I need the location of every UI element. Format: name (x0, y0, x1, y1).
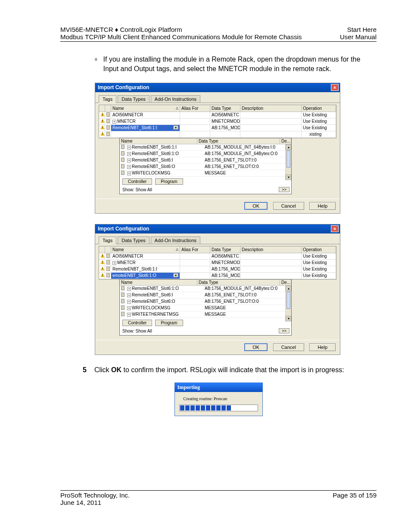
col-dtype[interactable]: Data Type (210, 105, 240, 112)
tab-pane: Name △ Alias For Data Type Description O… (95, 103, 340, 199)
dd-header: Name Data Type De... (120, 280, 291, 286)
tab-addon[interactable]: Add-On Instructions (151, 95, 200, 103)
list-item[interactable]: +RemoteENBT_Slot6:1:OAB:1756_MODULE_INT_… (120, 286, 291, 292)
dialog-buttons: OK Cancel Help (95, 340, 340, 355)
close-icon[interactable]: × (331, 84, 339, 91)
cancel-button[interactable]: Cancel (273, 343, 304, 351)
importing-status: Creating routine: Prescan (184, 396, 258, 401)
list-item[interactable]: +RemoteENBT_Slot6:1:IAB:1756_MODULE_INT_… (120, 144, 291, 151)
col-desc[interactable]: Description (240, 105, 302, 112)
table-row[interactable]: RemoteENBT_Slot6:1:I AB:1756_MOD Use Exi… (99, 266, 336, 273)
expand-icon[interactable]: + (127, 287, 131, 291)
more-button[interactable]: >> (279, 187, 290, 192)
expand-icon[interactable]: + (127, 313, 131, 317)
scroll-thumb[interactable] (286, 150, 290, 168)
warn-icon (100, 119, 105, 123)
expand-icon[interactable]: + (112, 261, 116, 265)
list-item[interactable]: +RemoteENBT_Slot6:1:OAB:1756_MODULE_INT_… (120, 151, 291, 157)
tab-tags[interactable]: Tags (99, 236, 116, 244)
tab-addon[interactable]: Add-On Instructions (151, 236, 200, 244)
tag-icon (106, 119, 110, 123)
list-item[interactable]: +WRITECLOCKMSGMESSAGE (120, 305, 291, 311)
selected-tag-output[interactable]: emoteENBT_Slot6:1:O▾ (111, 273, 180, 279)
col-alias[interactable]: Alias For (180, 246, 210, 253)
table-row[interactable]: AOI56MNETCR AOI56MNETC Use Existing (99, 253, 336, 260)
dialog-buttons: OK Cancel Help (95, 199, 340, 213)
chevron-down-icon[interactable]: ▾ (173, 125, 178, 130)
cancel-button[interactable]: Cancel (273, 202, 304, 210)
col-op[interactable]: Operation (302, 246, 336, 253)
close-icon[interactable]: × (331, 225, 339, 232)
expand-icon[interactable]: + (127, 293, 131, 297)
expand-icon[interactable]: + (127, 159, 131, 162)
col-dtype[interactable]: Data Type (210, 246, 240, 253)
show-filter: Show: Show All (120, 187, 291, 194)
table-row[interactable]: +MNETCR MNETCRMOD Use Existing (99, 260, 336, 266)
progress-bar (179, 404, 258, 411)
scroll-down-icon[interactable]: ▾ (286, 174, 291, 180)
program-button[interactable]: Program (155, 178, 183, 185)
scroll-down-icon[interactable]: ▾ (286, 316, 291, 321)
step-text: Click OK to confirm the import. RSLogix … (94, 365, 344, 375)
importing-dialog: Importing Creating routine: Prescan (174, 383, 263, 416)
tag-icon (106, 125, 110, 130)
expand-icon[interactable]: + (127, 300, 131, 304)
grid-header: Name △ Alias For Data Type Description O… (99, 246, 336, 253)
col-desc[interactable]: Description (240, 246, 302, 253)
tab-data-types[interactable]: Data Types (118, 95, 149, 103)
more-button[interactable]: >> (279, 328, 290, 333)
table-row[interactable]: +MNETCR MNETCRMOD Use Existing (99, 118, 336, 125)
header-right: Start Here User Manual (340, 26, 377, 40)
program-button[interactable]: Program (155, 320, 183, 326)
expand-icon[interactable]: + (127, 146, 131, 149)
ok-button[interactable]: OK (244, 343, 268, 351)
scrollbar[interactable]: ▴ ▾ (285, 286, 291, 321)
dialog-title: Import Configuration (98, 226, 149, 232)
expand-icon[interactable]: + (127, 171, 131, 175)
table-row[interactable]: RemoteENBT_Slot6:1:I▾ AB:1756_MOD Use Ex… (99, 125, 336, 131)
expand-icon[interactable]: + (127, 306, 131, 310)
controller-button[interactable]: Controller (122, 178, 152, 185)
selected-tag-input[interactable]: RemoteENBT_Slot6:1:I▾ (111, 125, 180, 131)
tab-strip: Tags Data Types Add-On Instructions (95, 92, 340, 103)
list-item[interactable]: +RemoteENBT_Slot6:OAB:1756_ENET_7SLOT:O:… (120, 299, 291, 305)
ok-button[interactable]: OK (244, 202, 268, 210)
col-alias[interactable]: Alias For (180, 105, 210, 112)
warn-icon (100, 260, 105, 264)
controller-button[interactable]: Controller (122, 320, 152, 326)
tab-tags[interactable]: Tags (99, 95, 116, 103)
expand-icon[interactable]: + (112, 120, 116, 124)
table-row[interactable]: AOI56MNETCR AOI56MNETC Use Existing (99, 112, 336, 118)
page-header: MVI56E-MNETCR ♦ ControlLogix Platform Mo… (0, 0, 411, 41)
table-row[interactable]: emoteENBT_Slot6:1:O▾ AB:1756_MOD Use Exi… (99, 273, 336, 279)
chevron-down-icon[interactable]: ▾ (173, 273, 178, 277)
col-name[interactable]: Name △ (111, 246, 180, 253)
table-row[interactable]: xisting (99, 131, 336, 138)
header-doc: User Manual (340, 33, 377, 40)
importing-title: Importing (175, 383, 262, 392)
list-item[interactable]: +WRITECLOCKMSGMESSAGE (120, 170, 291, 177)
scroll-thumb[interactable] (286, 292, 290, 309)
help-button[interactable]: Help (309, 202, 336, 210)
col-name[interactable]: Name △ (111, 105, 180, 112)
bullet-text: If you are installing the module in a Re… (103, 55, 377, 74)
list-item[interactable]: +RemoteENBT_Slot6:IAB:1756_ENET_7SLOT:I:… (120, 157, 291, 164)
tag-dropdown: Name Data Type De... +RemoteENBT_Slot6:1… (119, 138, 292, 194)
tag-icon (106, 267, 110, 271)
col-op[interactable]: Operation (302, 105, 336, 112)
step-5: 5 Click OK to confirm the import. RSLogi… (60, 365, 377, 375)
footer-left: ProSoft Technology, Inc. June 14, 2011 (60, 492, 130, 506)
list-item[interactable]: +WRITEETHERNETMSGMESSAGE (120, 311, 291, 318)
help-button[interactable]: Help (309, 343, 336, 351)
tab-data-types[interactable]: Data Types (118, 236, 149, 244)
scrollbar[interactable]: ▴ ▾ (285, 144, 291, 180)
titlebar: Import Configuration × (95, 83, 340, 92)
list-item[interactable]: +RemoteENBT_Slot6:IAB:1756_ENET_7SLOT:I:… (120, 292, 291, 299)
expand-icon[interactable]: + (127, 165, 131, 169)
expand-icon[interactable]: + (127, 152, 131, 156)
tag-icon (106, 132, 110, 136)
page-footer: ProSoft Technology, Inc. June 14, 2011 P… (60, 490, 377, 506)
scroll-up-icon[interactable]: ▴ (286, 144, 291, 150)
list-item[interactable]: +RemoteENBT_Slot6:OAB:1756_ENET_7SLOT:O:… (120, 164, 291, 170)
scroll-up-icon[interactable]: ▴ (286, 286, 291, 291)
